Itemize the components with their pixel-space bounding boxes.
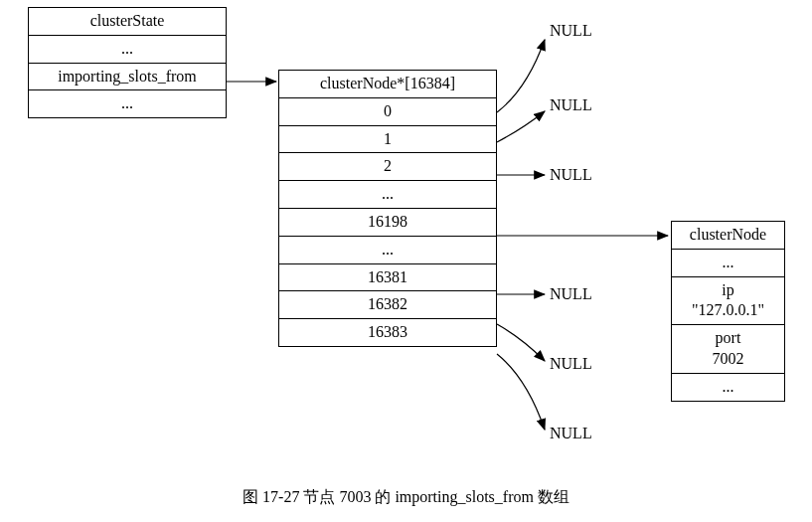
array-row: 16382	[279, 291, 496, 319]
clusterstate-box: clusterState ... importing_slots_from ..…	[28, 7, 227, 118]
clusterstate-header: clusterState	[29, 8, 226, 36]
array-row: 0	[279, 98, 496, 126]
null-label: NULL	[550, 96, 592, 114]
null-label: NULL	[550, 425, 592, 442]
array-row: 1	[279, 126, 496, 154]
null-label: NULL	[550, 285, 592, 303]
array-box: clusterNode*[16384] 0 1 2 ... 16198 ... …	[278, 70, 497, 347]
array-row: ...	[279, 181, 496, 209]
clusternode-row: ...	[672, 250, 784, 277]
array-row: 16383	[279, 319, 496, 346]
figure-caption: 图 17-27 节点 7003 的 importing_slots_from 数…	[0, 487, 812, 508]
array-row: ...	[279, 237, 496, 264]
array-header: clusterNode*[16384]	[279, 71, 496, 98]
clusterstate-row: ...	[29, 36, 226, 64]
clusternode-row: port 7002	[672, 325, 784, 374]
clusternode-header: clusterNode	[672, 222, 784, 250]
null-label: NULL	[550, 355, 592, 373]
array-row: 16381	[279, 264, 496, 292]
clusternode-box: clusterNode ... ip "127.0.0.1" port 7002…	[671, 221, 785, 402]
array-row: 2	[279, 153, 496, 181]
clusternode-row: ...	[672, 374, 784, 401]
clusterstate-row: importing_slots_from	[29, 64, 226, 91]
null-label: NULL	[550, 22, 592, 40]
clusterstate-row: ...	[29, 90, 226, 117]
null-label: NULL	[550, 166, 592, 184]
array-row: 16198	[279, 209, 496, 237]
clusternode-row: ip "127.0.0.1"	[672, 277, 784, 326]
